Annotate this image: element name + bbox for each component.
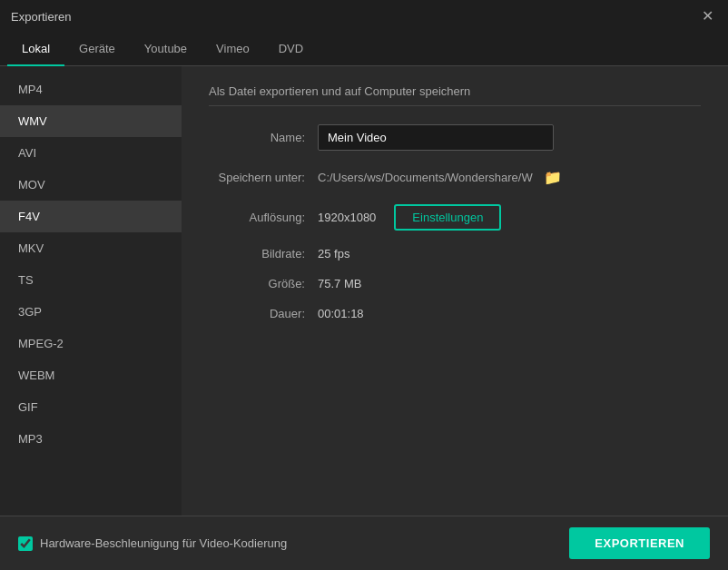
sidebar-item-f4v[interactable]: F4V — [0, 201, 182, 232]
sidebar-item-gif[interactable]: GIF — [0, 391, 182, 423]
save-label: Speichern unter: — [209, 171, 318, 184]
sidebar-item-mov[interactable]: MOV — [0, 169, 182, 201]
size-value: 75.7 MB — [318, 277, 361, 290]
framerate-label: Bildrate: — [209, 247, 318, 260]
tab-geraete[interactable]: Geräte — [64, 33, 130, 66]
resolution-row: Auflösung: 1920x1080 Einstellungen — [209, 204, 701, 231]
sidebar-item-mp3[interactable]: MP3 — [0, 423, 182, 455]
save-path-row: Speichern unter: C:/Users/ws/Documents/W… — [209, 167, 701, 188]
tab-bar: Lokal Geräte Youtube Vimeo DVD — [0, 33, 728, 66]
sidebar-item-webm[interactable]: WEBM — [0, 359, 182, 391]
framerate-value: 25 fps — [318, 247, 349, 260]
export-button[interactable]: EXPORTIEREN — [569, 527, 710, 559]
size-row: Größe: 75.7 MB — [209, 277, 701, 290]
tab-vimeo[interactable]: Vimeo — [202, 33, 264, 66]
duration-value: 00:01:18 — [318, 307, 364, 320]
tab-lokal[interactable]: Lokal — [7, 33, 64, 66]
framerate-row: Bildrate: 25 fps — [209, 247, 701, 260]
tab-youtube[interactable]: Youtube — [130, 33, 202, 66]
save-path-text: C:/Users/ws/Documents/Wondershare/W — [318, 171, 533, 184]
sidebar-item-mkv[interactable]: MKV — [0, 232, 182, 264]
hardware-acceleration-label[interactable]: Hardware-Beschleunigung für Video-Kodier… — [40, 536, 287, 550]
sidebar-item-3gp[interactable]: 3GP — [0, 296, 182, 328]
bottom-bar: Hardware-Beschleunigung für Video-Kodier… — [0, 516, 728, 570]
export-window: Exportieren ✕ Lokal Geräte Youtube Vimeo… — [0, 0, 728, 570]
sidebar-item-mp4[interactable]: MP4 — [0, 74, 182, 105]
window-title: Exportieren — [11, 10, 71, 24]
sidebar-item-mpeg2[interactable]: MPEG-2 — [0, 328, 182, 359]
resolution-container: 1920x1080 Einstellungen — [318, 204, 501, 231]
resolution-label: Auflösung: — [209, 211, 318, 224]
section-header: Als Datei exportieren und auf Computer s… — [209, 84, 701, 106]
tab-dvd[interactable]: DVD — [264, 33, 318, 66]
browse-folder-button[interactable]: 📁 — [540, 167, 566, 188]
size-label: Größe: — [209, 277, 318, 290]
hardware-acceleration-checkbox[interactable] — [18, 536, 33, 551]
name-input[interactable] — [318, 124, 554, 151]
name-label: Name: — [209, 131, 318, 144]
sidebar-item-wmv[interactable]: WMV — [0, 105, 182, 137]
main-panel: Als Datei exportieren und auf Computer s… — [182, 66, 728, 516]
path-container: C:/Users/ws/Documents/Wondershare/W 📁 — [318, 167, 566, 188]
sidebar-item-ts[interactable]: TS — [0, 264, 182, 296]
settings-button[interactable]: Einstellungen — [394, 204, 501, 231]
folder-icon: 📁 — [544, 170, 562, 185]
sidebar: MP4 WMV AVI MOV F4V MKV TS 3GP MPEG-2 WE… — [0, 66, 182, 516]
duration-label: Dauer: — [209, 307, 318, 320]
resolution-value: 1920x1080 — [318, 211, 376, 224]
content-area: MP4 WMV AVI MOV F4V MKV TS 3GP MPEG-2 WE… — [0, 66, 728, 516]
sidebar-item-avi[interactable]: AVI — [0, 137, 182, 169]
name-row: Name: — [209, 124, 701, 151]
close-button[interactable]: ✕ — [698, 7, 717, 25]
hardware-acceleration-area: Hardware-Beschleunigung für Video-Kodier… — [18, 536, 287, 551]
title-bar: Exportieren ✕ — [0, 0, 728, 33]
duration-row: Dauer: 00:01:18 — [209, 307, 701, 320]
